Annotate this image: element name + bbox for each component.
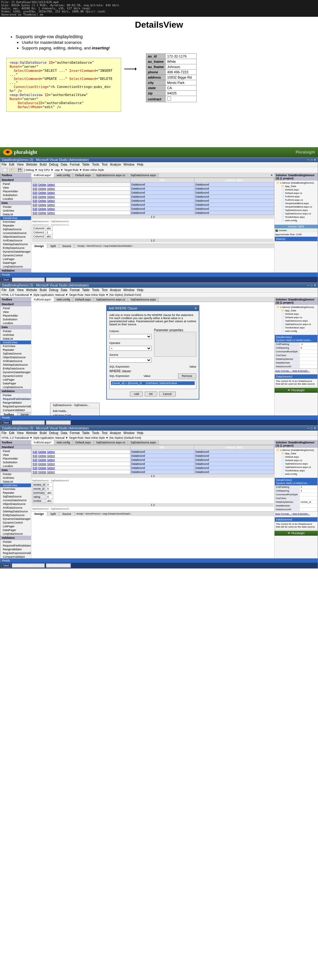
toolbox-view2[interactable]: View	[0, 310, 31, 314]
ok-button[interactable]: OK	[145, 391, 157, 396]
form-value-phone[interactable]: 408 496-7223	[165, 70, 197, 75]
tab-fullgrid2[interactable]: FullGrid.aspx*	[31, 298, 54, 302]
toolbox-view3[interactable]: View	[0, 453, 31, 457]
tree-fullgridcs1[interactable]: 📄 FullGrid.aspx.cs	[280, 198, 317, 202]
toolbar-open1[interactable]: 📂	[9, 168, 16, 172]
tree-webconfig2[interactable]: 📄 web.config	[280, 329, 317, 333]
toolbox-sitemap1[interactable]: SiteMapDataSource	[0, 242, 31, 246]
select-link[interactable]: Select	[47, 203, 55, 206]
add-button[interactable]: Add	[130, 391, 143, 396]
form-value-au_lname[interactable]: White	[165, 59, 197, 64]
ctx-add-field[interactable]: Add New Field...	[50, 413, 99, 415]
toolbox-detailsview3[interactable]: DetailsView	[0, 484, 31, 487]
toolbox-dynamicmanager2[interactable]: DynamicDataManager	[0, 371, 31, 374]
tree-default3[interactable]: 📄 Default.aspx	[280, 455, 317, 459]
edit-link[interactable]: Edit	[33, 454, 38, 457]
menu-tools2[interactable]: Tools	[92, 288, 99, 292]
prop-val-cssclass2[interactable]	[300, 353, 317, 357]
toolbox-dynamicmanager3[interactable]: DynamicDataManager	[0, 517, 31, 521]
target-rule3[interactable]: Target Rule: New Inline Style ▼	[69, 436, 108, 439]
html-dropdown2[interactable]: HTML 1.0 Transitional ▼	[2, 293, 32, 296]
menu-edit3[interactable]: Edit	[9, 431, 14, 435]
toolbox-pointer1a[interactable]: Pointer	[0, 205, 31, 209]
toolbox-gridview3[interactable]: GridView	[0, 476, 31, 480]
auto-format-link3[interactable]: Auto Format... | Add Extender...	[275, 512, 318, 516]
ctx-sqlds[interactable]: SqlDataSource - SqlDataSo...	[50, 403, 99, 407]
toolbar-save1[interactable]: 💾	[16, 168, 23, 172]
toolbox-pointer2a[interactable]: Pointer	[0, 329, 31, 333]
tab-sqids3b[interactable]: SqiDataSource.aspx	[128, 440, 159, 445]
toolbox-panel2[interactable]: Panel	[0, 306, 31, 310]
edit-link[interactable]: Edit	[33, 195, 38, 198]
menu-test2[interactable]: Test	[102, 288, 107, 292]
menu-view1[interactable]: View	[17, 163, 24, 166]
toolbox-validation3[interactable]: Validation	[0, 536, 31, 540]
toolbar-new1[interactable]: 📄	[2, 168, 8, 172]
tree-appdata2[interactable]: 📁 App_Data	[280, 309, 317, 312]
menu-window2[interactable]: Window	[124, 288, 135, 292]
edit-link[interactable]: Edit	[33, 191, 38, 194]
default-font2[interactable]: (Default Font)	[124, 293, 141, 296]
close-icon3[interactable]: ✕	[314, 426, 316, 430]
taskbar-moviereviews3[interactable]: MovieReviewsDB	[46, 563, 71, 568]
no-style2[interactable]: (No Styles)	[109, 293, 123, 296]
tree-default1[interactable]: 📄 Default.aspx	[280, 188, 317, 191]
toolbox-xmldatasource2[interactable]: XmlDataSource	[0, 359, 31, 363]
toolbox-datapager2[interactable]: DataPager	[0, 382, 31, 385]
toolbox-formview3[interactable]: FormView	[0, 487, 31, 491]
form-value-zip[interactable]: 94025	[165, 91, 197, 96]
prop-val-cssclass3[interactable]	[300, 496, 317, 500]
tab-default1[interactable]: Default.aspx	[73, 173, 94, 177]
toolbox-regex3[interactable]: RegularExpressionValidator	[0, 551, 31, 555]
menu-debug3[interactable]: Debug	[49, 431, 58, 435]
prop-val-datasourceid3[interactable]	[300, 508, 317, 511]
form-value-au_fname[interactable]: Johnson	[165, 64, 197, 70]
toolbox-xmldatasource3[interactable]: XmlDataSource	[0, 506, 31, 509]
tree-textadval3[interactable]: 📄 TextAdValue.aspx	[280, 469, 317, 472]
toolbox-repeater1[interactable]: Repeater	[0, 224, 31, 228]
tree-sqids2[interactable]: 📄 SqiDataSource.aspx	[280, 319, 317, 323]
menu-website1[interactable]: Website	[26, 163, 37, 166]
toolbox-xmldatasource1[interactable]: XmlDataSource	[0, 239, 31, 242]
delete-link[interactable]: Delete	[38, 450, 46, 453]
edit-link[interactable]: Edit	[33, 183, 38, 186]
dialog-source-select[interactable]	[109, 358, 151, 363]
toolbox-data1[interactable]: Data	[0, 201, 31, 205]
delete-link[interactable]: Delete	[38, 183, 46, 186]
toolbox-localize1[interactable]: Localize	[0, 197, 31, 201]
tab-webconfig3[interactable]: web.config	[54, 440, 73, 445]
edit-link[interactable]: Edit	[33, 462, 38, 465]
toolbox-datalist1[interactable]: DataList	[0, 213, 31, 216]
toolbox-substitution1[interactable]: Substitution	[0, 193, 31, 197]
toolbox-standard3[interactable]: Standard	[0, 445, 31, 449]
menu-format1[interactable]: Format	[70, 163, 80, 166]
select-link[interactable]: Select	[47, 450, 55, 453]
toolbox-formview2[interactable]: FormView	[0, 344, 31, 348]
toolbox-objectdatasource3[interactable]: ObjectDataSource	[0, 502, 31, 506]
toolbox-substitution3[interactable]: Substitution	[0, 460, 31, 464]
menu-data3[interactable]: Data	[61, 431, 67, 435]
toolbox-listpager1[interactable]: ListPager	[0, 257, 31, 261]
toolbox-dynamiccontrol1[interactable]: DynamicControl	[0, 253, 31, 257]
cancel-button[interactable]: Cancel	[159, 391, 176, 396]
minimize-icon[interactable]: ─	[307, 158, 309, 162]
menu-window3[interactable]: Window	[124, 431, 135, 435]
menu-analyze1[interactable]: Analyze	[110, 163, 121, 166]
menu-build1[interactable]: Build	[40, 163, 46, 166]
toolbox-formview1[interactable]: FormView	[0, 220, 31, 224]
inline-style1[interactable]: Enter Inline Style	[83, 169, 104, 172]
toolbox-datalist3[interactable]: DataList	[0, 480, 31, 484]
toolbox-required3[interactable]: RequiredFieldValidator	[0, 544, 31, 547]
toolbox-pointer2b[interactable]: Pointer	[0, 393, 31, 397]
menu-file1[interactable]: File	[2, 163, 6, 166]
target-rule1[interactable]: Target Rule ▼	[64, 169, 82, 172]
target-rule2[interactable]: Target Rule: New Inline Style ▼	[69, 293, 108, 296]
delete-link[interactable]: Delete	[38, 458, 46, 461]
form-checkbox-contract[interactable]	[167, 97, 171, 101]
toolbox-dynamiccontrol3[interactable]: DynamicControl	[0, 521, 31, 525]
menu-analyze3[interactable]: Analyze	[110, 431, 121, 435]
prop-val-cellpadding3[interactable]: 2	[300, 485, 317, 489]
toolbox-validation2[interactable]: Validation	[0, 389, 31, 393]
delete-link[interactable]: Delete	[38, 466, 46, 469]
toolbox-accessdatasource1[interactable]: AccessDataSource	[0, 231, 31, 235]
